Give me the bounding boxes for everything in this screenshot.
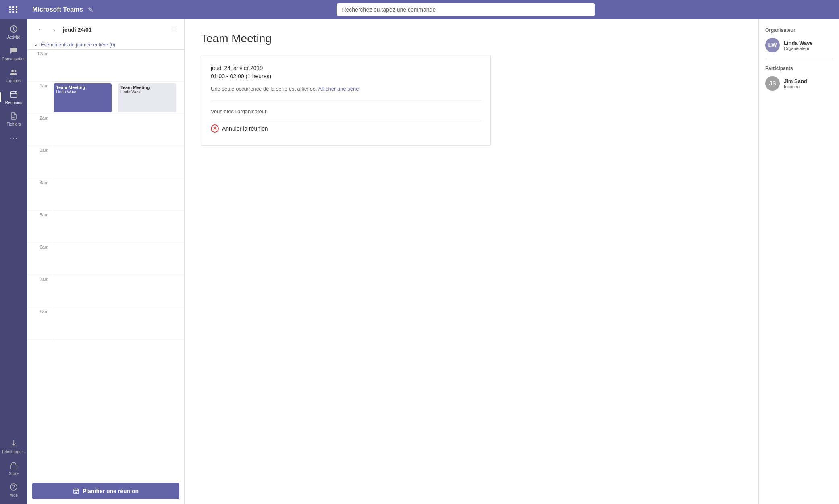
meeting-date: jeudi 24 janvier 2019 [211, 65, 481, 71]
event-subtitle-secondary: Linda Wave [120, 90, 174, 94]
store-icon [9, 460, 19, 470]
meeting-detail-title: Team Meeting [201, 32, 742, 45]
event-block-secondary[interactable]: Team Meeting Linda Wave [118, 83, 176, 112]
event-title-active: Team Meeting [56, 85, 109, 90]
time-row-4am: 4am [27, 178, 184, 211]
section-divider [765, 59, 833, 59]
all-day-bar[interactable]: Événements de journée entière (0) [27, 40, 184, 50]
participant-row-0: JS Jim Sand Inconnu [765, 76, 833, 91]
content-area: ‹ › jeudi 24/01 Événements de journée en… [27, 19, 839, 504]
nav-bottom: Télécharger... Store Aide [0, 436, 27, 504]
sidebar-item-store[interactable]: Store [0, 457, 27, 479]
top-bar: Microsoft Teams ✎ Recherchez ou tapez un… [27, 0, 839, 19]
sidebar-item-conversation[interactable]: Conversation [0, 43, 27, 64]
more-icon: ··· [9, 133, 19, 143]
cancel-meeting-button[interactable]: ✕ Annuler la réunion [211, 121, 481, 136]
edit-icon[interactable]: ✎ [88, 6, 93, 14]
sidebar-item-more[interactable]: ··· [0, 130, 27, 146]
time-label-7am: 7am [27, 275, 52, 307]
sidebar-item-activity[interactable]: Activité [0, 21, 27, 43]
participant-avatar-0: JS [765, 76, 780, 91]
meeting-time: 01:00 - 02:00 (1 heures) [211, 73, 481, 79]
sidebar-item-teams[interactable]: Équipes [0, 64, 27, 86]
list-view-icon[interactable] [170, 25, 178, 34]
participant-role-0: Inconnu [784, 84, 807, 89]
search-bar[interactable]: Recherchez ou tapez une commande [337, 3, 595, 16]
time-line-4am [52, 178, 184, 210]
svg-point-1 [15, 70, 17, 72]
calendar-scroll[interactable]: 12am 1am Team Meeting Linda Wave Tea [27, 50, 184, 478]
sidebar-item-download[interactable]: Télécharger... [0, 436, 27, 457]
plan-button-label: Planifier une réunion [83, 488, 139, 494]
sidebar-item-meetings[interactable]: Réunions [0, 86, 27, 108]
activity-icon [9, 24, 19, 34]
time-line-3am [52, 146, 184, 178]
next-day-button[interactable]: › [48, 24, 60, 35]
cancel-x-icon: ✕ [211, 124, 219, 133]
main-container: Microsoft Teams ✎ Recherchez ou tapez un… [27, 0, 839, 504]
calendar-header: ‹ › jeudi 24/01 [27, 19, 184, 40]
search-placeholder: Recherchez ou tapez une commande [342, 6, 436, 13]
files-icon [9, 111, 19, 121]
help-icon [9, 482, 19, 492]
meetings-icon [9, 89, 19, 99]
time-label-6am: 6am [27, 243, 52, 275]
time-line-12am [52, 50, 184, 81]
prev-day-button[interactable]: ‹ [34, 24, 45, 35]
time-line-5am [52, 211, 184, 243]
svg-point-0 [11, 70, 14, 72]
time-row-6am: 6am [27, 243, 184, 275]
time-label-2am: 2am [27, 114, 52, 146]
participant-name-0: Jim Sand [784, 78, 807, 84]
participant-initials-0: JS [765, 76, 780, 91]
meeting-card: jeudi 24 janvier 2019 01:00 - 02:00 (1 h… [201, 55, 491, 146]
series-notice: Une seule occurrence de la série est aff… [211, 86, 481, 100]
time-label-3am: 3am [27, 146, 52, 178]
time-label-1am: 1am [27, 82, 52, 114]
time-label-4am: 4am [27, 178, 52, 210]
time-row-5am: 5am [27, 211, 184, 243]
plan-meeting-button[interactable]: Planifier une réunion [32, 483, 179, 499]
sidebar-label-activity: Activité [7, 35, 20, 39]
series-notice-text: Une seule occurrence de la série est aff… [211, 86, 317, 92]
time-line-8am [52, 307, 184, 339]
event-block-active[interactable]: Team Meeting Linda Wave [54, 83, 112, 112]
organizer-info: Linda Wave Organisateur [784, 40, 813, 51]
organizer-role: Organisateur [784, 46, 813, 51]
time-grid: 12am 1am Team Meeting Linda Wave Tea [27, 50, 184, 340]
app-title: Microsoft Teams [32, 6, 83, 13]
sidebar-item-help[interactable]: Aide [0, 479, 27, 501]
sidebar-label-files: Fichiers [6, 122, 21, 127]
participant-info-0: Jim Sand Inconnu [784, 78, 807, 89]
organizer-name: Linda Wave [784, 40, 813, 46]
sidebar-label-meetings: Réunions [5, 100, 22, 105]
sidebar-label-help: Aide [10, 493, 18, 498]
organizer-avatar: LW [765, 38, 780, 52]
time-label-12am: 12am [27, 50, 52, 81]
time-row-2am: 2am [27, 114, 184, 146]
event-subtitle-active: Linda Wave [56, 90, 109, 94]
meeting-detail: Team Meeting jeudi 24 janvier 2019 01:00… [185, 19, 758, 504]
time-row-7am: 7am [27, 275, 184, 307]
series-link[interactable]: Afficher une série [318, 86, 359, 92]
sidebar-label-teams: Équipes [6, 79, 21, 83]
sidebar-label-conversation: Conversation [2, 57, 26, 61]
svg-point-5 [13, 489, 14, 489]
grid-icon [9, 6, 18, 13]
right-panel: Organisateur LW Linda Wave Organisateur … [758, 19, 839, 504]
teams-icon [9, 68, 19, 77]
nav-items: Activité Conversation Équipes [0, 19, 27, 436]
time-row-8am: 8am [27, 307, 184, 340]
organizer-avatar-initials: LW [765, 38, 780, 52]
all-day-label: Événements de journée entière (0) [41, 42, 115, 48]
event-title-secondary: Team Meeting [120, 85, 174, 90]
download-icon [9, 439, 19, 448]
organizer-row: LW Linda Wave Organisateur [765, 38, 833, 52]
participants-section-title: Participants [765, 66, 833, 71]
left-nav: Activité Conversation Équipes [0, 0, 27, 504]
time-label-8am: 8am [27, 307, 52, 339]
sidebar-item-files[interactable]: Fichiers [0, 108, 27, 130]
organizer-notice: Vous êtes l'organisateur. [211, 108, 481, 114]
svg-rect-3 [10, 465, 17, 469]
date-heading: jeudi 24/01 [63, 27, 167, 33]
